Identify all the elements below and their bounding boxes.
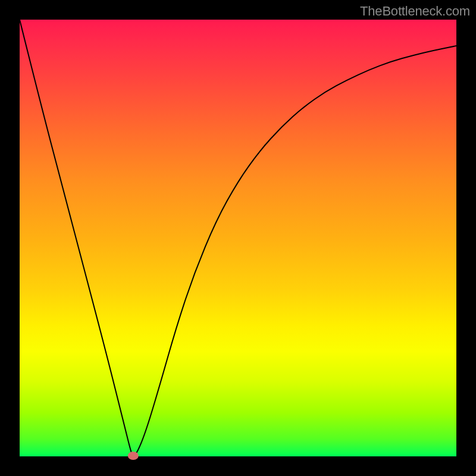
plot-area (20, 20, 456, 456)
bottleneck-curve (20, 20, 456, 455)
chart-frame: TheBottleneck.com (0, 0, 476, 476)
watermark-text: TheBottleneck.com (360, 4, 470, 19)
chart-svg (20, 20, 456, 456)
optimal-point-marker (128, 452, 139, 460)
